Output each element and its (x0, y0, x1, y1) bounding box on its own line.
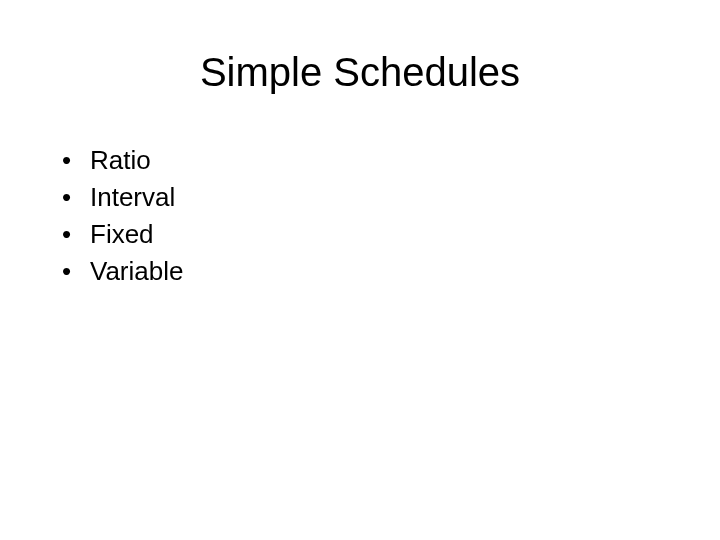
bullet-icon: • (62, 254, 90, 289)
bullet-icon: • (62, 180, 90, 215)
bullet-text: Fixed (90, 217, 154, 252)
slide: Simple Schedules • Ratio • Interval • Fi… (0, 0, 720, 540)
list-item: • Variable (62, 254, 720, 289)
bullet-text: Ratio (90, 143, 151, 178)
slide-title: Simple Schedules (0, 50, 720, 95)
bullet-icon: • (62, 143, 90, 178)
bullet-text: Variable (90, 254, 183, 289)
bullet-icon: • (62, 217, 90, 252)
bullet-text: Interval (90, 180, 175, 215)
bullet-list: • Ratio • Interval • Fixed • Variable (0, 143, 720, 289)
list-item: • Interval (62, 180, 720, 215)
list-item: • Fixed (62, 217, 720, 252)
list-item: • Ratio (62, 143, 720, 178)
